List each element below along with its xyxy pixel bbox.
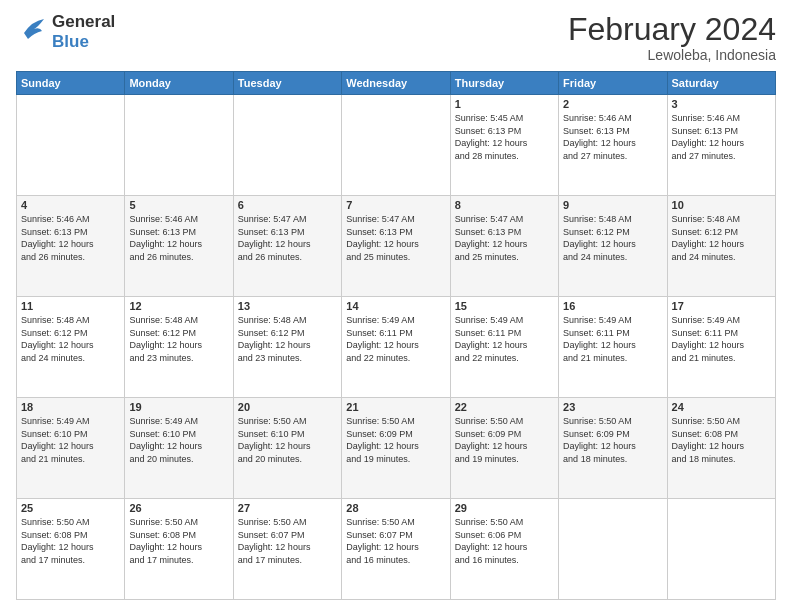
month-year: February 2024 — [568, 12, 776, 47]
day-number: 11 — [21, 300, 120, 312]
page: General Blue February 2024 Lewoleba, Ind… — [0, 0, 792, 612]
day-info: Sunrise: 5:46 AM Sunset: 6:13 PM Dayligh… — [21, 213, 120, 263]
day-cell-1-0: 4Sunrise: 5:46 AM Sunset: 6:13 PM Daylig… — [17, 196, 125, 297]
day-cell-2-3: 14Sunrise: 5:49 AM Sunset: 6:11 PM Dayli… — [342, 297, 450, 398]
logo-blue: Blue — [52, 32, 89, 51]
day-info: Sunrise: 5:48 AM Sunset: 6:12 PM Dayligh… — [129, 314, 228, 364]
day-info: Sunrise: 5:49 AM Sunset: 6:11 PM Dayligh… — [346, 314, 445, 364]
day-number: 25 — [21, 502, 120, 514]
day-cell-1-6: 10Sunrise: 5:48 AM Sunset: 6:12 PM Dayli… — [667, 196, 775, 297]
day-info: Sunrise: 5:49 AM Sunset: 6:10 PM Dayligh… — [129, 415, 228, 465]
header: General Blue February 2024 Lewoleba, Ind… — [16, 12, 776, 63]
day-number: 2 — [563, 98, 662, 110]
day-info: Sunrise: 5:48 AM Sunset: 6:12 PM Dayligh… — [672, 213, 771, 263]
day-number: 1 — [455, 98, 554, 110]
day-info: Sunrise: 5:50 AM Sunset: 6:09 PM Dayligh… — [563, 415, 662, 465]
day-info: Sunrise: 5:50 AM Sunset: 6:07 PM Dayligh… — [238, 516, 337, 566]
calendar-header-row: Sunday Monday Tuesday Wednesday Thursday… — [17, 72, 776, 95]
day-number: 7 — [346, 199, 445, 211]
day-info: Sunrise: 5:50 AM Sunset: 6:10 PM Dayligh… — [238, 415, 337, 465]
day-info: Sunrise: 5:45 AM Sunset: 6:13 PM Dayligh… — [455, 112, 554, 162]
day-number: 16 — [563, 300, 662, 312]
day-info: Sunrise: 5:50 AM Sunset: 6:08 PM Dayligh… — [129, 516, 228, 566]
day-info: Sunrise: 5:46 AM Sunset: 6:13 PM Dayligh… — [563, 112, 662, 162]
day-number: 15 — [455, 300, 554, 312]
day-number: 24 — [672, 401, 771, 413]
title-block: February 2024 Lewoleba, Indonesia — [568, 12, 776, 63]
day-info: Sunrise: 5:50 AM Sunset: 6:08 PM Dayligh… — [21, 516, 120, 566]
day-number: 29 — [455, 502, 554, 514]
week-row-2: 11Sunrise: 5:48 AM Sunset: 6:12 PM Dayli… — [17, 297, 776, 398]
day-cell-3-3: 21Sunrise: 5:50 AM Sunset: 6:09 PM Dayli… — [342, 398, 450, 499]
day-number: 20 — [238, 401, 337, 413]
day-cell-2-1: 12Sunrise: 5:48 AM Sunset: 6:12 PM Dayli… — [125, 297, 233, 398]
day-number: 19 — [129, 401, 228, 413]
day-cell-3-4: 22Sunrise: 5:50 AM Sunset: 6:09 PM Dayli… — [450, 398, 558, 499]
day-cell-4-0: 25Sunrise: 5:50 AM Sunset: 6:08 PM Dayli… — [17, 499, 125, 600]
day-info: Sunrise: 5:47 AM Sunset: 6:13 PM Dayligh… — [455, 213, 554, 263]
day-info: Sunrise: 5:50 AM Sunset: 6:07 PM Dayligh… — [346, 516, 445, 566]
day-cell-0-0 — [17, 95, 125, 196]
day-number: 8 — [455, 199, 554, 211]
day-info: Sunrise: 5:48 AM Sunset: 6:12 PM Dayligh… — [563, 213, 662, 263]
col-saturday: Saturday — [667, 72, 775, 95]
day-cell-1-5: 9Sunrise: 5:48 AM Sunset: 6:12 PM Daylig… — [559, 196, 667, 297]
day-info: Sunrise: 5:49 AM Sunset: 6:11 PM Dayligh… — [672, 314, 771, 364]
day-cell-2-6: 17Sunrise: 5:49 AM Sunset: 6:11 PM Dayli… — [667, 297, 775, 398]
day-cell-1-3: 7Sunrise: 5:47 AM Sunset: 6:13 PM Daylig… — [342, 196, 450, 297]
week-row-4: 25Sunrise: 5:50 AM Sunset: 6:08 PM Dayli… — [17, 499, 776, 600]
day-cell-0-3 — [342, 95, 450, 196]
day-cell-0-2 — [233, 95, 341, 196]
day-info: Sunrise: 5:48 AM Sunset: 6:12 PM Dayligh… — [238, 314, 337, 364]
day-number: 27 — [238, 502, 337, 514]
day-number: 22 — [455, 401, 554, 413]
calendar-table: Sunday Monday Tuesday Wednesday Thursday… — [16, 71, 776, 600]
day-cell-0-5: 2Sunrise: 5:46 AM Sunset: 6:13 PM Daylig… — [559, 95, 667, 196]
day-number: 10 — [672, 199, 771, 211]
location: Lewoleba, Indonesia — [568, 47, 776, 63]
col-sunday: Sunday — [17, 72, 125, 95]
day-cell-4-5 — [559, 499, 667, 600]
logo-general: General — [52, 12, 115, 31]
day-number: 26 — [129, 502, 228, 514]
day-number: 13 — [238, 300, 337, 312]
logo-text: General Blue — [52, 12, 115, 52]
day-info: Sunrise: 5:49 AM Sunset: 6:11 PM Dayligh… — [563, 314, 662, 364]
day-cell-3-0: 18Sunrise: 5:49 AM Sunset: 6:10 PM Dayli… — [17, 398, 125, 499]
col-thursday: Thursday — [450, 72, 558, 95]
day-number: 21 — [346, 401, 445, 413]
day-number: 28 — [346, 502, 445, 514]
day-info: Sunrise: 5:48 AM Sunset: 6:12 PM Dayligh… — [21, 314, 120, 364]
day-number: 17 — [672, 300, 771, 312]
day-info: Sunrise: 5:46 AM Sunset: 6:13 PM Dayligh… — [129, 213, 228, 263]
day-cell-3-2: 20Sunrise: 5:50 AM Sunset: 6:10 PM Dayli… — [233, 398, 341, 499]
day-info: Sunrise: 5:50 AM Sunset: 6:08 PM Dayligh… — [672, 415, 771, 465]
day-number: 5 — [129, 199, 228, 211]
logo: General Blue — [16, 12, 115, 52]
week-row-3: 18Sunrise: 5:49 AM Sunset: 6:10 PM Dayli… — [17, 398, 776, 499]
day-cell-4-4: 29Sunrise: 5:50 AM Sunset: 6:06 PM Dayli… — [450, 499, 558, 600]
day-cell-2-2: 13Sunrise: 5:48 AM Sunset: 6:12 PM Dayli… — [233, 297, 341, 398]
day-cell-1-4: 8Sunrise: 5:47 AM Sunset: 6:13 PM Daylig… — [450, 196, 558, 297]
day-cell-3-6: 24Sunrise: 5:50 AM Sunset: 6:08 PM Dayli… — [667, 398, 775, 499]
day-number: 12 — [129, 300, 228, 312]
day-info: Sunrise: 5:50 AM Sunset: 6:06 PM Dayligh… — [455, 516, 554, 566]
day-info: Sunrise: 5:49 AM Sunset: 6:11 PM Dayligh… — [455, 314, 554, 364]
day-cell-0-4: 1Sunrise: 5:45 AM Sunset: 6:13 PM Daylig… — [450, 95, 558, 196]
col-monday: Monday — [125, 72, 233, 95]
day-cell-1-1: 5Sunrise: 5:46 AM Sunset: 6:13 PM Daylig… — [125, 196, 233, 297]
logo-icon — [16, 13, 48, 51]
day-cell-4-3: 28Sunrise: 5:50 AM Sunset: 6:07 PM Dayli… — [342, 499, 450, 600]
col-tuesday: Tuesday — [233, 72, 341, 95]
day-cell-4-2: 27Sunrise: 5:50 AM Sunset: 6:07 PM Dayli… — [233, 499, 341, 600]
day-number: 4 — [21, 199, 120, 211]
day-number: 6 — [238, 199, 337, 211]
col-wednesday: Wednesday — [342, 72, 450, 95]
day-info: Sunrise: 5:50 AM Sunset: 6:09 PM Dayligh… — [346, 415, 445, 465]
day-cell-2-5: 16Sunrise: 5:49 AM Sunset: 6:11 PM Dayli… — [559, 297, 667, 398]
week-row-1: 4Sunrise: 5:46 AM Sunset: 6:13 PM Daylig… — [17, 196, 776, 297]
col-friday: Friday — [559, 72, 667, 95]
day-info: Sunrise: 5:47 AM Sunset: 6:13 PM Dayligh… — [346, 213, 445, 263]
day-cell-3-1: 19Sunrise: 5:49 AM Sunset: 6:10 PM Dayli… — [125, 398, 233, 499]
week-row-0: 1Sunrise: 5:45 AM Sunset: 6:13 PM Daylig… — [17, 95, 776, 196]
